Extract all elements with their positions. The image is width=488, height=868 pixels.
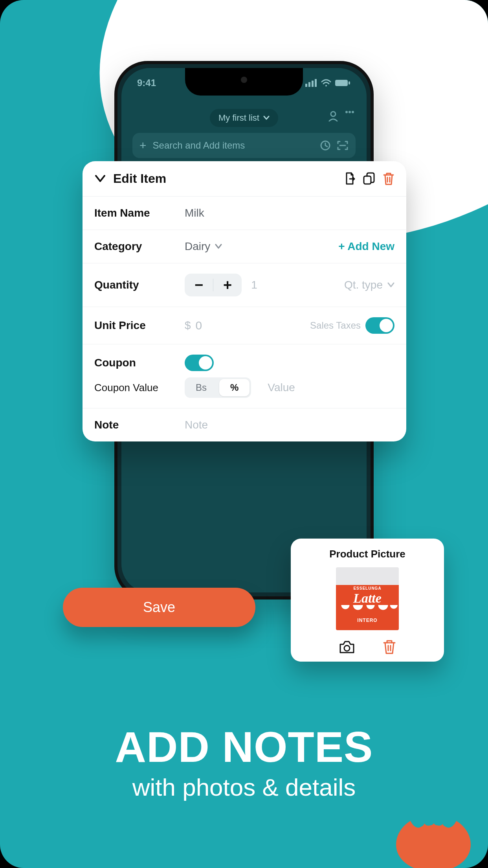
list-name: My first list — [218, 113, 259, 123]
search-placeholder: Search and Add items — [153, 140, 245, 151]
coupon-toggle[interactable] — [185, 355, 214, 371]
export-icon[interactable] — [343, 172, 355, 186]
row-item-name: Item Name Milk — [83, 197, 406, 230]
svg-rect-3 — [315, 79, 317, 87]
chevron-down-icon — [263, 116, 270, 120]
sales-taxes-label: Sales Taxes — [310, 320, 361, 331]
copy-icon[interactable] — [362, 172, 376, 186]
card-title: Edit Item — [113, 171, 166, 186]
phone-header: My first list — [121, 103, 367, 127]
row-coupon: Coupon — [83, 344, 406, 377]
svg-point-9 — [349, 111, 351, 113]
coupon-value-label: Coupon Value — [94, 382, 185, 394]
svg-rect-2 — [312, 81, 314, 87]
chevron-down-icon[interactable] — [215, 244, 222, 249]
svg-rect-1 — [308, 82, 310, 87]
camera-icon[interactable] — [339, 640, 355, 655]
quantity-label: Quantity — [94, 279, 185, 291]
svg-point-13 — [344, 645, 350, 651]
product-image[interactable]: ESSELUNGA Latte INTERO — [336, 567, 399, 630]
coupon-seg-bs[interactable]: Bs — [185, 377, 218, 398]
add-new-category[interactable]: + Add New — [338, 240, 394, 253]
svg-rect-12 — [364, 176, 371, 184]
quantity-stepper: − + — [185, 274, 242, 296]
qty-minus-button[interactable]: − — [185, 274, 213, 296]
svg-point-10 — [352, 111, 354, 113]
note-placeholder[interactable]: Note — [185, 419, 208, 431]
trash-icon[interactable] — [383, 172, 394, 186]
category-value[interactable]: Dairy — [185, 240, 210, 253]
row-quantity: Quantity − + 1 Qt. type — [83, 263, 406, 307]
row-unit-price: Unit Price $ 0 Sales Taxes — [83, 307, 406, 344]
trash-icon[interactable] — [383, 640, 396, 655]
product-brand: ESSELUNGA — [336, 586, 399, 590]
phone-notch — [185, 68, 303, 96]
hero-text: ADD NOTES with photos & details — [0, 722, 488, 801]
row-note: Note Note — [83, 408, 406, 441]
hero-title: ADD NOTES — [0, 722, 488, 772]
more-icon[interactable] — [345, 110, 354, 114]
search-bar[interactable]: + Search and Add items — [132, 133, 356, 158]
clock-icon[interactable] — [320, 140, 330, 151]
barcode-scan-icon[interactable] — [337, 140, 349, 151]
chevron-down-icon[interactable] — [387, 282, 394, 288]
sales-taxes-toggle[interactable] — [365, 317, 394, 334]
qty-plus-button[interactable]: + — [213, 274, 242, 296]
item-name-value[interactable]: Milk — [185, 207, 204, 219]
svg-point-8 — [345, 111, 348, 113]
quantity-value[interactable]: 1 — [246, 279, 262, 291]
user-icon[interactable] — [328, 110, 338, 121]
coupon-seg-percent[interactable]: % — [219, 379, 250, 396]
unit-price-value[interactable]: 0 — [196, 319, 202, 332]
svg-rect-6 — [349, 81, 350, 85]
product-name: Latte — [336, 591, 399, 606]
save-button[interactable]: Save — [63, 588, 255, 627]
category-label: Category — [94, 240, 185, 253]
product-variant: INTERO — [336, 618, 399, 623]
tomato-illustration — [396, 804, 471, 868]
svg-rect-5 — [335, 80, 348, 86]
product-picture-title: Product Picture — [300, 548, 435, 560]
row-category: Category Dairy + Add New — [83, 230, 406, 263]
list-selector[interactable]: My first list — [210, 109, 278, 127]
edit-item-card: Edit Item Item Name Milk Category Dairy … — [83, 161, 406, 441]
app-stage: 9:41 My first list + Sea — [0, 0, 488, 868]
signal-icon — [305, 79, 317, 87]
svg-point-7 — [331, 112, 336, 116]
item-name-label: Item Name — [94, 207, 185, 219]
svg-rect-0 — [305, 84, 307, 87]
qty-type-placeholder[interactable]: Qt. type — [344, 279, 383, 291]
plus-icon: + — [139, 139, 147, 152]
card-header: Edit Item — [83, 161, 406, 197]
battery-icon — [335, 79, 351, 87]
hero-subtitle: with photos & details — [0, 773, 488, 801]
note-label: Note — [94, 419, 185, 431]
status-time: 9:41 — [137, 77, 156, 88]
chevron-down-icon[interactable] — [94, 174, 106, 184]
svg-point-4 — [325, 85, 327, 86]
wifi-icon — [321, 79, 331, 87]
row-coupon-value: Coupon Value Bs % Value — [83, 377, 406, 408]
coupon-label: Coupon — [94, 357, 185, 369]
coupon-value-placeholder[interactable]: Value — [268, 381, 295, 394]
product-picture-card: Product Picture ESSELUNGA Latte INTERO — [291, 539, 444, 662]
coupon-type-segment: Bs % — [185, 377, 251, 398]
unit-price-label: Unit Price — [94, 319, 185, 332]
save-button-label: Save — [143, 599, 175, 616]
currency-symbol: $ — [185, 319, 191, 332]
